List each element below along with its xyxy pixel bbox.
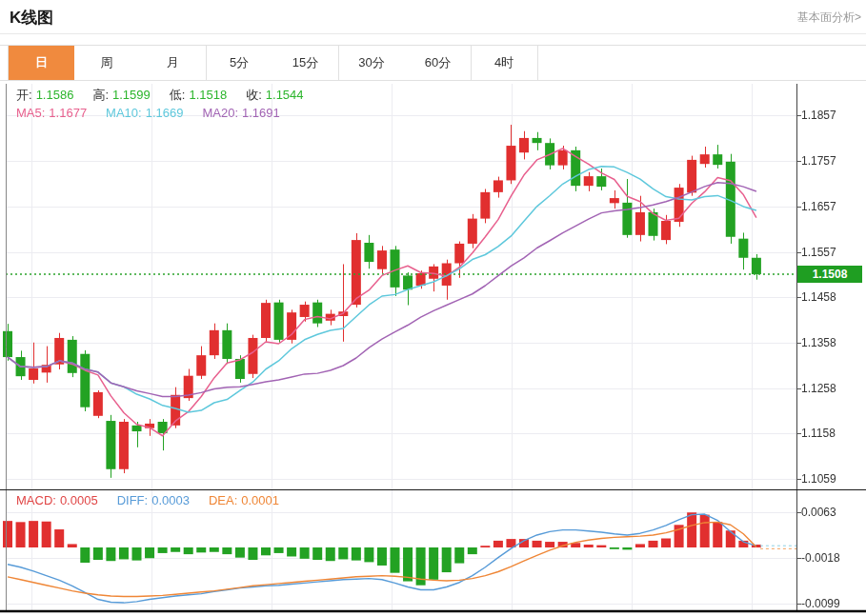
y-axis-label: 1.1857 [801, 109, 836, 122]
y-axis-label: 1.1258 [801, 382, 836, 395]
tab-item-0[interactable]: 日 [8, 46, 75, 80]
y-axis-label: 1.1158 [801, 427, 836, 440]
tab-item-3[interactable]: 5分 [207, 46, 273, 80]
y-axis-label: 1.1757 [801, 154, 836, 168]
legend-label: MA5: [16, 106, 45, 120]
legend-value: 0.0005 [60, 493, 98, 507]
y-axis-label: -0.0018 [801, 551, 840, 565]
legend-value: 0.0003 [151, 493, 190, 507]
legend-label: 开: [16, 88, 32, 102]
ma-legend: MA5:1.1677MA10:1.1669MA20:1.1691 [16, 106, 299, 120]
fundamental-analysis-link[interactable]: 基本面分析> [797, 10, 861, 26]
tab-item-6[interactable]: 60分 [405, 46, 472, 80]
legend-label: MACD: [16, 493, 56, 507]
current-price-tag: 1.1508 [797, 266, 862, 283]
ohlc-legend: 开:1.1586高:1.1599低:1.1518收:1.1544 [16, 87, 323, 104]
legend-label: DIFF: [117, 493, 149, 507]
legend-value: 1.1669 [146, 106, 184, 120]
legend-value: 1.1518 [189, 88, 227, 102]
y-axis-label: 1.1059 [801, 472, 836, 486]
legend-value: 1.1599 [112, 88, 151, 102]
legend-value: 1.1586 [36, 88, 74, 102]
tab-item-4[interactable]: 15分 [272, 46, 339, 80]
y-axis-label: 1.1458 [801, 290, 836, 304]
tab-item-5[interactable]: 30分 [339, 46, 406, 80]
y-axis-label: 0.0063 [801, 506, 836, 519]
tab-item-2[interactable]: 月 [140, 46, 207, 80]
y-axis-label: 1.1657 [801, 200, 836, 213]
legend-label: 高: [92, 88, 109, 102]
legend-value: 1.1544 [266, 88, 304, 102]
legend-value: 0.0001 [241, 493, 279, 507]
page-title: K线图 [10, 7, 53, 29]
legend-label: MA10: [106, 106, 142, 120]
y-axis-label: 1.1557 [801, 246, 836, 259]
tab-item-1[interactable]: 周 [74, 46, 141, 80]
legend-label: 低: [170, 88, 186, 102]
legend-label: MA20: [202, 106, 238, 120]
header-divider [0, 33, 866, 34]
tab-item-7[interactable]: 4时 [472, 46, 538, 80]
legend-label: 收: [246, 88, 262, 102]
macd-legend: MACD:0.0005DIFF:0.0003DEA:0.0001 [16, 493, 298, 507]
timeframe-tabs: 日周月5分15分30分60分4时 [0, 45, 866, 81]
kline-app: K线图 基本面分析> 日周月5分15分30分60分4时 开:1.1586高:1.… [0, 0, 866, 616]
legend-value: 1.1677 [49, 106, 87, 120]
header: K线图 基本面分析> [0, 0, 866, 32]
y-axis-label: 1.1358 [801, 336, 836, 349]
legend-value: 1.1691 [242, 106, 280, 120]
legend-label: DEA: [209, 493, 237, 507]
y-axis-label: -0.0099 [801, 597, 840, 610]
